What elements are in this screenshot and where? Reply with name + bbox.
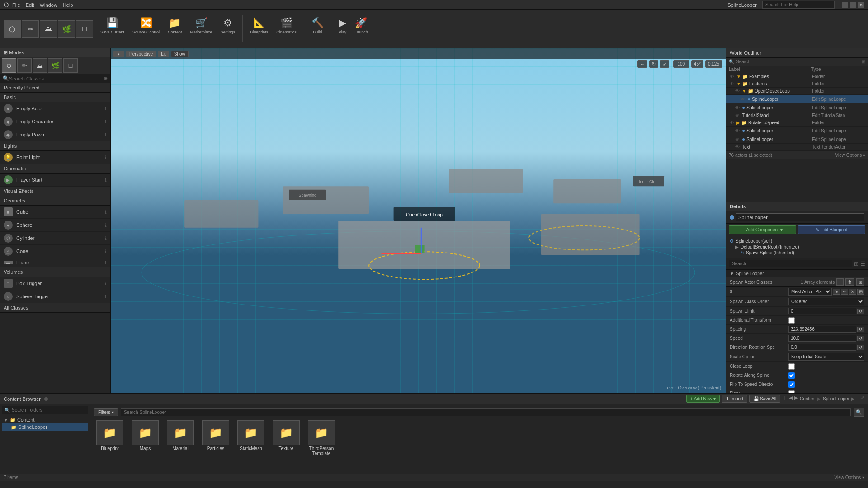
- eye-icon[interactable]: 👁: [730, 120, 734, 125]
- eye-icon[interactable]: 👁: [735, 105, 740, 110]
- translate-btn[interactable]: ↔: [637, 60, 647, 68]
- landscape-mode-icon[interactable]: ⛰: [33, 58, 47, 73]
- spawn-class-order-select[interactable]: Ordered: [788, 298, 864, 305]
- spacing-reset-btn[interactable]: ↺: [857, 327, 864, 332]
- search-classes-input[interactable]: [9, 76, 104, 81]
- spawn-limit-input[interactable]: [788, 308, 856, 314]
- mode-paint-btn[interactable]: ✏: [22, 20, 39, 38]
- details-search-input[interactable]: [729, 260, 852, 267]
- outliner-row-splinelooper2[interactable]: 👁 ● SplineLooper Edit SplineLoope: [726, 103, 868, 112]
- save-all-btn[interactable]: 💾 Save All: [749, 395, 780, 403]
- section-all-classes[interactable]: All Classes: [0, 303, 110, 313]
- help-search-input[interactable]: [762, 1, 835, 9]
- cb-folder-content[interactable]: ▼ 📁 Content: [2, 416, 88, 423]
- place-mode-icon[interactable]: ⊕: [2, 58, 16, 73]
- cb-folder-splinelooper[interactable]: 📁 SplineLooper: [2, 423, 88, 431]
- player-start-info[interactable]: ℹ: [105, 178, 107, 183]
- menu-file[interactable]: File: [12, 2, 20, 8]
- sphere-trigger-info[interactable]: ℹ: [105, 294, 107, 299]
- class-edit-btn[interactable]: ✏: [841, 289, 848, 295]
- spawn-limit-reset-btn[interactable]: ↺: [857, 309, 864, 314]
- cone-info[interactable]: ℹ: [105, 249, 107, 254]
- outliner-view-icon[interactable]: ⊞: [862, 59, 865, 64]
- outliner-search-input[interactable]: [734, 59, 862, 64]
- scale-btn[interactable]: ⤢: [660, 60, 669, 68]
- section-cinematic[interactable]: Cinematic: [0, 164, 110, 174]
- fov-input[interactable]: [673, 60, 689, 68]
- outliner-row-tutorialstand[interactable]: 👁 TutorialStand Edit TutorialStan: [726, 112, 868, 119]
- cb-expand-btn[interactable]: ⤢: [860, 395, 864, 403]
- section-lights[interactable]: Lights: [0, 141, 110, 151]
- search-btn[interactable]: 🔍: [854, 408, 864, 417]
- box-trigger-info[interactable]: ℹ: [105, 281, 107, 286]
- spawn-spline-component[interactable]: ↰ SpawnSpline (Inherited): [730, 250, 864, 256]
- lit-btn[interactable]: Lit: [158, 51, 169, 57]
- content-search-input[interactable]: [121, 408, 851, 416]
- breadcrumb-expand-icon[interactable]: ▶: [851, 396, 855, 401]
- win-minimize[interactable]: ─: [842, 2, 848, 8]
- add-component-btn[interactable]: + Add Component ▾: [729, 225, 796, 234]
- section-visual-effects[interactable]: Visual Effects: [0, 187, 110, 196]
- list-item-box-trigger[interactable]: □ Box Trigger ℹ: [0, 277, 110, 290]
- rotate-along-spline-checkbox[interactable]: [788, 372, 795, 379]
- import-btn[interactable]: ⬆ Import: [722, 395, 747, 403]
- win-close[interactable]: ✕: [858, 2, 864, 8]
- self-component[interactable]: ⚙ SplineLooper(self): [730, 238, 864, 244]
- list-item-empty-pawn[interactable]: ◆ Empty Pawn ℹ: [0, 128, 110, 141]
- outliner-row-splinelooper-selected[interactable]: 👁 ● SplineLooper Edit SplineLoope: [726, 95, 868, 103]
- list-item-player-start[interactable]: ▶ Player Start ℹ: [0, 174, 110, 187]
- save-current-btn[interactable]: 💾 Save Current: [97, 15, 128, 42]
- mode-geometry-btn[interactable]: □: [76, 20, 93, 38]
- menu-help[interactable]: Help: [63, 2, 73, 8]
- foliage-mode-icon[interactable]: 🌿: [48, 58, 62, 73]
- class-browse-btn[interactable]: ⊞: [857, 289, 864, 295]
- list-item-point-light[interactable]: 💡 Point Light ℹ: [0, 151, 110, 164]
- cube-info[interactable]: ℹ: [105, 210, 107, 215]
- direction-rotation-reset-btn[interactable]: ↺: [857, 345, 864, 350]
- paint-mode-icon[interactable]: ✏: [17, 58, 32, 73]
- list-item-sphere[interactable]: ● Sphere ℹ: [0, 219, 110, 232]
- show-btn[interactable]: Show: [171, 51, 189, 57]
- section-volumes[interactable]: Volumes: [0, 267, 110, 277]
- list-item-sphere-trigger[interactable]: ○ Sphere Trigger ℹ: [0, 290, 110, 303]
- list-item-cone[interactable]: △ Cone ℹ: [0, 245, 110, 258]
- folder-search-input[interactable]: [10, 408, 85, 413]
- outliner-row-features[interactable]: 👁 ▼ 📁 Features Folder: [726, 80, 868, 88]
- outliner-row-rotatetospeed[interactable]: 👁 ▶ 📁 RotateToSpeed Folder: [726, 119, 868, 127]
- settings-btn[interactable]: ⚙ Settings: [217, 15, 239, 42]
- cb-item-blueprint[interactable]: 📁 Blueprint: [94, 420, 126, 456]
- eye-icon[interactable]: 👁: [741, 97, 745, 102]
- remove-element-btn[interactable]: 🗑: [845, 278, 854, 286]
- outliner-row-examples[interactable]: 👁 ▼ 📁 Examples Folder: [726, 73, 868, 80]
- eye-icon[interactable]: 👁: [730, 81, 734, 86]
- outliner-row-splinelooper3[interactable]: 👁 ● SplineLooper Edit SplineLoope: [726, 127, 868, 135]
- viewport-canvas[interactable]: OpenClosed Loop Spawning Inner Clo... Le…: [111, 48, 726, 393]
- list-item-cube[interactable]: ■ Cube ℹ: [0, 206, 110, 219]
- edit-blueprint-btn[interactable]: ✎ Edit Blueprint: [798, 225, 865, 234]
- nav-forward-btn[interactable]: ▶: [794, 395, 798, 403]
- cb-item-texture[interactable]: 📁 Texture: [270, 420, 302, 456]
- sphere-info[interactable]: ℹ: [105, 223, 107, 228]
- cb-item-maps[interactable]: 📁 Maps: [129, 420, 161, 456]
- play-btn[interactable]: ▶ Play: [335, 15, 350, 42]
- cb-item-thirdperson[interactable]: 📁 ThirdPerson Template: [306, 420, 337, 456]
- class-pick-btn[interactable]: ⇲: [833, 289, 840, 295]
- details-grid-icon[interactable]: ⊞: [854, 261, 859, 267]
- source-control-btn[interactable]: 🔀 Source Control: [129, 15, 163, 42]
- spline-looper-header[interactable]: ▼ Spline Looper: [726, 270, 868, 277]
- eye-icon[interactable]: 👁: [735, 128, 740, 133]
- speed-reset-btn[interactable]: ↺: [857, 336, 864, 341]
- class-clear-btn[interactable]: ✕: [849, 289, 856, 295]
- content-btn[interactable]: 📁 Content: [164, 15, 186, 42]
- section-geometry[interactable]: Geometry: [0, 196, 110, 206]
- outliner-row-splinelooper4[interactable]: 👁 ● SplineLooper Edit SplineLoope: [726, 135, 868, 144]
- mesh-actor-select[interactable]: MeshActor_Pla: [788, 288, 832, 296]
- scale-option-select[interactable]: Keep Initial Scale: [788, 353, 864, 361]
- cylinder-info[interactable]: ℹ: [105, 236, 107, 241]
- marketplace-btn[interactable]: 🛒 Marketplace: [187, 15, 216, 42]
- close-loop-checkbox[interactable]: [788, 363, 795, 370]
- breadcrumb-splinelooper[interactable]: SplineLooper: [823, 396, 849, 401]
- geometry-edit-mode-icon[interactable]: □: [63, 58, 78, 73]
- nav-back-btn[interactable]: ◀: [789, 395, 793, 403]
- additional-transform-checkbox[interactable]: [788, 317, 795, 324]
